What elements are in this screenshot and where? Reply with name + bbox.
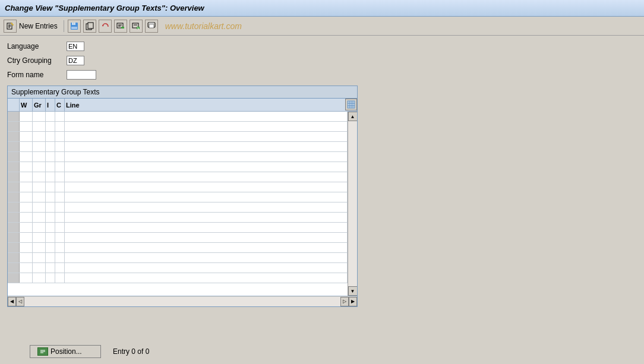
svg-rect-15 [121,27,124,29]
table-row [8,263,348,273]
table-row [8,112,348,122]
table-row [8,142,348,152]
cell-i [46,192,55,202]
row-selector[interactable] [8,213,20,222]
row-selector[interactable] [8,273,20,283]
cell-i [46,243,55,252]
separator-1 [64,20,64,32]
main-content: Language Ctry Grouping Form name Supplem… [0,36,644,312]
cell-w [20,112,33,121]
row-selector[interactable] [8,142,20,151]
title-bar: Change View "Supplementary Group Texts":… [0,0,644,17]
cell-i [46,263,55,273]
cell-line [65,132,348,141]
ctry-grouping-label: Ctry Grouping [7,56,67,65]
cell-w [20,142,33,151]
col-w-header: W [20,99,33,111]
scroll-up-button[interactable]: ▲ [348,112,358,121]
cell-line [65,152,348,162]
cell-c [55,142,65,151]
cell-c [55,112,65,121]
cell-i [46,172,55,182]
row-selector[interactable] [8,202,20,212]
cell-w [20,213,33,222]
column-settings-button[interactable] [345,99,357,110]
col-c-header: C [55,99,65,111]
row-selector[interactable] [8,182,20,192]
scroll-left-button[interactable]: ◁ [16,297,24,306]
cell-w [20,263,33,273]
cell-w [20,192,33,202]
left-scroll-arrows[interactable]: ◀ ◁ [8,297,24,306]
cell-line [65,243,348,252]
table-row [8,192,348,202]
svg-rect-8 [73,23,74,24]
copy-button[interactable] [83,20,96,33]
row-selector[interactable] [8,112,20,121]
cell-c [55,192,65,202]
cell-gr [33,112,46,121]
row-selector[interactable] [8,233,20,242]
cell-c [55,253,65,262]
cell-gr [33,213,46,222]
table-row [8,182,348,192]
position-icon [37,347,48,356]
table-row [8,152,348,162]
row-selector[interactable] [8,243,20,252]
row-selector[interactable] [8,152,20,162]
horizontal-scroll-track[interactable] [24,297,340,306]
table-row [8,132,348,142]
new-entries-icon[interactable] [4,20,17,33]
form-name-input[interactable] [67,70,96,80]
cell-w [20,273,33,283]
vertical-scrollbar[interactable]: ▲ ▼ [348,112,357,296]
cell-i [46,162,55,172]
svg-rect-10 [88,23,93,29]
row-selector[interactable] [8,253,20,262]
footer: Position... Entry 0 of 0 [0,345,644,358]
cell-w [20,223,33,232]
col-i-header: I [46,99,55,111]
cell-w [20,202,33,212]
row-selector[interactable] [8,192,20,202]
row-selector[interactable] [8,162,20,172]
table-row [8,273,348,283]
cell-gr [33,152,46,162]
cell-c [55,243,65,252]
language-row: Language [7,40,637,52]
find-button[interactable] [114,20,127,33]
cell-w [20,132,33,141]
row-selector[interactable] [8,122,20,131]
cell-i [46,182,55,192]
scroll-left-first-button[interactable]: ◀ [8,297,16,306]
scroll-right-last-button[interactable]: ▶ [349,297,357,306]
row-selector[interactable] [8,172,20,182]
ctry-grouping-input[interactable] [67,56,84,65]
find-next-button[interactable] [130,20,143,33]
cell-i [46,253,55,262]
cell-line [65,202,348,212]
scroll-track[interactable] [348,121,357,286]
svg-rect-23 [149,23,154,24]
row-selector[interactable] [8,132,20,141]
cell-gr [33,253,46,262]
right-scroll-arrows[interactable]: ▷ ▶ [340,297,357,306]
table-row [8,253,348,263]
scroll-right-button[interactable]: ▷ [340,297,349,306]
cell-w [20,152,33,162]
language-input[interactable] [67,42,84,51]
save-button[interactable] [68,20,81,33]
position-button[interactable]: Position... [30,345,101,358]
scroll-down-button[interactable]: ▼ [348,286,358,296]
cell-gr [33,182,46,192]
cell-line [65,122,348,131]
print-button[interactable] [145,20,158,33]
row-selector[interactable] [8,223,20,232]
cell-gr [33,172,46,182]
row-selector[interactable] [8,263,20,273]
cell-w [20,253,33,262]
table-row [8,202,348,213]
undo-button[interactable] [99,20,112,33]
cell-c [55,122,65,131]
new-entries-label[interactable]: New Entries [19,22,58,30]
